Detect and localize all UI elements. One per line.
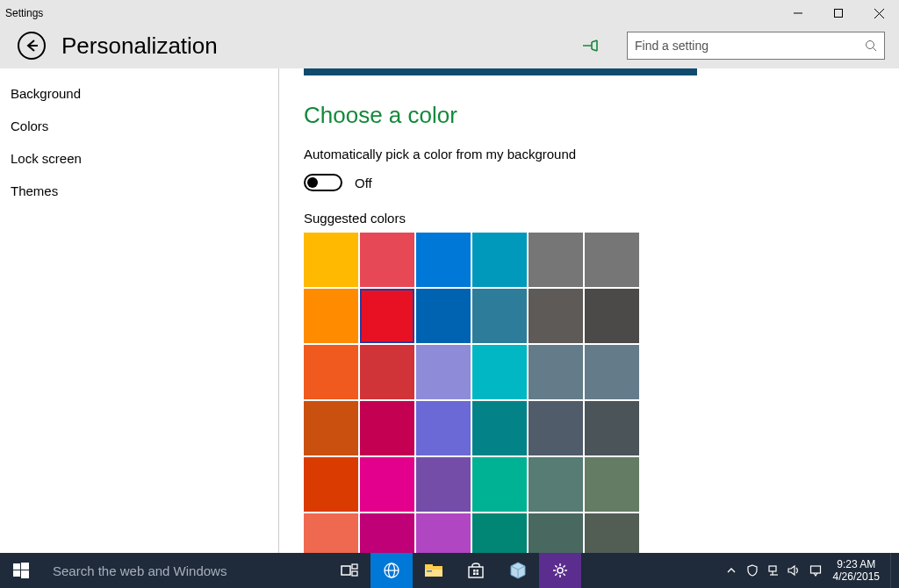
color-swatch[interactable]	[360, 457, 414, 512]
toggle-state-text: Off	[355, 176, 372, 190]
svg-line-31	[564, 574, 565, 576]
color-swatch[interactable]	[529, 401, 583, 455]
taskbar-clock[interactable]: 9:23 AM 4/26/2015	[826, 558, 887, 583]
file-explorer-button[interactable]	[413, 553, 455, 588]
color-grid	[304, 233, 641, 553]
store-button[interactable]	[455, 553, 497, 588]
minimize-button[interactable]	[778, 0, 818, 26]
sidebar: Background Colors Lock screen Themes	[0, 68, 279, 553]
color-swatch[interactable]	[585, 289, 639, 343]
color-swatch[interactable]	[416, 289, 471, 343]
start-button[interactable]	[0, 553, 42, 588]
color-swatch[interactable]	[472, 457, 527, 512]
color-swatch[interactable]	[416, 345, 471, 399]
color-swatch[interactable]	[472, 513, 527, 553]
color-swatch[interactable]	[304, 289, 358, 343]
svg-rect-10	[342, 566, 350, 575]
settings-taskbar-button[interactable]	[539, 553, 581, 588]
sidebar-item-colors[interactable]: Colors	[0, 110, 278, 142]
color-swatch[interactable]	[529, 345, 583, 399]
titlebar: Settings	[0, 0, 899, 26]
search-input[interactable]	[635, 39, 865, 53]
pin-icon[interactable]	[579, 35, 601, 56]
color-swatch[interactable]	[416, 513, 471, 553]
content: Choose a color Automatically pick a colo…	[279, 68, 899, 553]
virtualbox-button[interactable]	[497, 553, 539, 588]
taskbar: Search the web and Windows	[0, 553, 899, 588]
svg-rect-21	[473, 570, 476, 572]
color-swatch[interactable]	[529, 513, 583, 553]
color-swatch[interactable]	[416, 457, 471, 512]
search-box[interactable]	[627, 32, 885, 60]
task-view-button[interactable]	[328, 553, 370, 588]
color-swatch[interactable]	[360, 233, 414, 287]
store-icon	[467, 563, 485, 578]
color-swatch[interactable]	[472, 233, 527, 287]
toggle-knob	[307, 177, 318, 188]
color-swatch[interactable]	[360, 345, 414, 399]
edge-button[interactable]	[370, 553, 413, 588]
show-desktop-button[interactable]	[890, 553, 895, 588]
color-swatch[interactable]	[472, 289, 527, 343]
close-button[interactable]	[859, 0, 899, 26]
color-swatch[interactable]	[529, 457, 583, 512]
maximize-button[interactable]	[818, 0, 859, 26]
tray-chevron-up-icon[interactable]	[721, 553, 742, 588]
color-swatch[interactable]	[416, 233, 471, 287]
gear-icon	[552, 563, 568, 578]
svg-rect-24	[477, 573, 479, 576]
tray-shield-icon[interactable]	[742, 553, 763, 588]
page-title: Personalization	[61, 32, 564, 60]
color-swatch[interactable]	[585, 457, 639, 512]
color-swatch[interactable]	[304, 233, 358, 287]
settings-window: Settings Personalization Backgroun	[0, 0, 899, 553]
color-swatch[interactable]	[360, 513, 414, 553]
system-tray: 9:23 AM 4/26/2015	[721, 553, 899, 588]
auto-pick-toggle[interactable]	[304, 174, 342, 191]
svg-rect-1	[835, 10, 843, 18]
color-swatch[interactable]	[304, 513, 358, 553]
color-swatch[interactable]	[585, 345, 639, 399]
color-swatch[interactable]	[585, 513, 639, 553]
color-swatch[interactable]	[472, 345, 527, 399]
color-swatch[interactable]	[304, 401, 358, 455]
sidebar-item-lock-screen[interactable]: Lock screen	[0, 142, 278, 175]
tray-volume-icon[interactable]	[784, 553, 805, 588]
section-title: Choose a color	[304, 102, 899, 129]
svg-rect-19	[427, 570, 432, 572]
color-swatch[interactable]	[529, 289, 583, 343]
windows-icon	[13, 563, 29, 578]
sidebar-item-background[interactable]: Background	[0, 77, 278, 110]
body: Background Colors Lock screen Themes Cho…	[0, 68, 899, 553]
task-view-icon	[341, 563, 358, 577]
toggle-row: Off	[304, 174, 899, 191]
svg-rect-11	[352, 564, 357, 569]
window-controls	[778, 0, 899, 26]
tray-notifications-icon[interactable]	[805, 553, 826, 588]
color-swatch[interactable]	[304, 457, 358, 512]
back-button[interactable]	[18, 32, 46, 60]
svg-line-5	[874, 48, 877, 52]
sidebar-item-themes[interactable]: Themes	[0, 175, 278, 207]
search-icon	[865, 39, 877, 52]
preview-bar	[304, 68, 697, 75]
color-swatch[interactable]	[304, 345, 358, 399]
color-swatch[interactable]	[416, 401, 471, 455]
svg-rect-7	[21, 563, 29, 570]
svg-line-30	[555, 565, 557, 567]
auto-pick-label: Automatically pick a color from my backg…	[304, 147, 899, 161]
window-title: Settings	[0, 7, 43, 19]
clock-date: 4/26/2015	[833, 570, 880, 583]
color-swatch[interactable]	[585, 233, 639, 287]
color-swatch[interactable]	[360, 401, 414, 455]
color-swatch[interactable]	[360, 289, 414, 343]
svg-rect-12	[352, 571, 357, 576]
tray-network-icon[interactable]	[763, 553, 784, 588]
taskbar-search[interactable]: Search the web and Windows	[42, 553, 328, 588]
color-swatch[interactable]	[529, 233, 583, 287]
svg-rect-37	[810, 566, 820, 573]
svg-rect-9	[21, 570, 29, 578]
svg-rect-23	[473, 573, 476, 576]
color-swatch[interactable]	[472, 401, 527, 455]
color-swatch[interactable]	[585, 401, 639, 455]
